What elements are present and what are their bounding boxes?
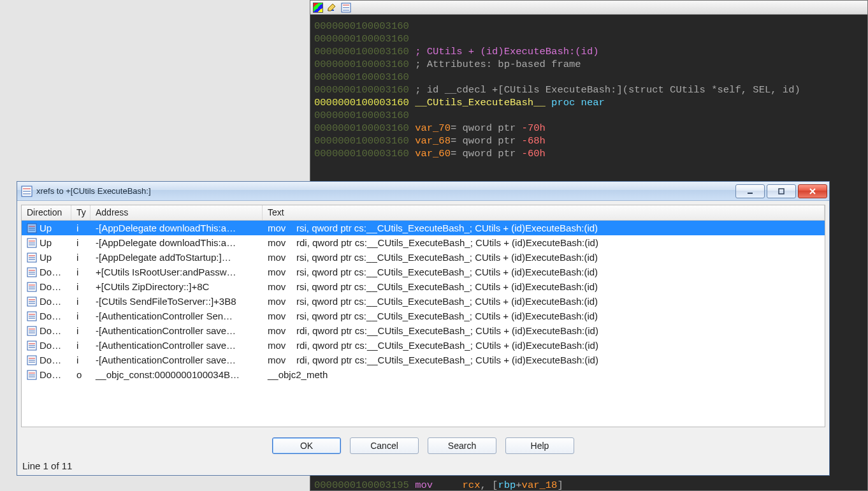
header-type[interactable]: Ty [71, 205, 90, 220]
xref-direction: Up [22, 223, 71, 233]
xref-row[interactable]: Do…i+[CUtils IsRootUser:andPassw…mov rsi… [22, 265, 825, 279]
xref-direction: Do… [22, 281, 71, 292]
xrefs-rows[interactable]: Upi-[AppDelegate downloadThis:a…mov rsi,… [22, 221, 825, 427]
search-button[interactable]: Search [428, 437, 496, 454]
xref-direction: Do… [22, 369, 71, 380]
xref-text: mov rsi, qword ptr cs:__CUtils_ExecuteBa… [263, 296, 825, 307]
xref-address: -[AppDelegate addToStartup:]… [90, 252, 263, 263]
xref-direction: Do… [22, 325, 71, 336]
close-button[interactable] [798, 184, 827, 198]
xref-address: -[AppDelegate downloadThis:a… [90, 237, 263, 248]
xref-text: mov rsi, qword ptr cs:__CUtils_ExecuteBa… [263, 311, 825, 321]
xref-type: i [71, 296, 90, 307]
xref-row[interactable]: Do…i-[CUtils SendFileToServer::]+3B8mov … [22, 294, 825, 309]
disasm-line[interactable]: 0000000100003160 var_70= qword ptr -70h [314, 122, 864, 135]
xref-row[interactable]: Do…i-[AuthenticationController save…mov … [22, 338, 825, 353]
header-direction[interactable]: Direction [22, 205, 71, 220]
window-controls [735, 184, 829, 198]
xref-direction: Do… [22, 355, 71, 365]
direction-text: Do… [40, 267, 61, 277]
direction-text: Do… [40, 325, 61, 336]
xref-row[interactable]: Do…i+[CUtils ZipDirectory::]+8Cmov rsi, … [22, 279, 825, 294]
xref-address: -[AuthenticationController Sen… [90, 311, 263, 321]
direction-text: Do… [40, 281, 61, 292]
xref-address: __objc_const:0000000100034B… [90, 369, 263, 380]
help-button[interactable]: Help [505, 437, 574, 454]
dialog-appicon [21, 186, 33, 197]
xref-type: i [71, 237, 90, 248]
xref-address: +[CUtils ZipDirectory::]+8C [90, 281, 263, 292]
column-headers[interactable]: Direction Ty Address Text [22, 205, 825, 221]
disasm-line[interactable]: 0000000100003160 var_68= qword ptr -68h [314, 135, 864, 147]
xref-type: i [71, 340, 90, 351]
xref-graph-icon[interactable] [341, 3, 351, 13]
xref-address: +[CUtils IsRootUser:andPassw… [90, 267, 263, 277]
xref-type: i [71, 223, 90, 233]
cancel-button[interactable]: Cancel [350, 437, 419, 454]
disasm-line[interactable]: 0000000100003160 ; CUtils + (id)ExecuteB… [314, 45, 864, 58]
xref-type: i [71, 355, 90, 365]
direction-text: Do… [40, 355, 61, 365]
disasm-line[interactable]: 0000000100003160 var_60= qword ptr -60h [314, 147, 864, 160]
direction-text: Up [40, 252, 52, 263]
svg-marker-1 [328, 4, 335, 11]
xref-text: mov rdi, qword ptr cs:__CUtils_ExecuteBa… [263, 237, 825, 248]
disassembly-toolbar [310, 1, 867, 15]
disasm-line[interactable]: 0000000100003160 [314, 109, 864, 122]
xref-address: -[AuthenticationController save… [90, 340, 263, 351]
edit-icon[interactable] [327, 3, 337, 13]
xref-row[interactable]: Do…o__objc_const:0000000100034B…__objc2_… [22, 367, 825, 382]
disasm-line[interactable]: 0000000100003160 ; Attributes: bp-based … [314, 58, 864, 71]
xref-row[interactable]: Upi-[AppDelegate downloadThis:a…mov rdi,… [22, 235, 825, 250]
xref-row[interactable]: Upi-[AppDelegate addToStartup:]…mov rsi,… [22, 250, 825, 265]
dialog-titlebar[interactable]: xrefs to +[CUtils ExecuteBash:] [17, 182, 829, 201]
xref-type: i [71, 311, 90, 321]
xref-type: i [71, 252, 90, 263]
xref-direction: Up [22, 237, 71, 248]
xrefs-list: Direction Ty Address Text Upi-[AppDelega… [21, 205, 825, 427]
xref-type: i [71, 325, 90, 336]
color-options-icon[interactable] [313, 3, 323, 13]
disasm-line[interactable]: 0000000100003160 __CUtils_ExecuteBash__ … [314, 96, 864, 109]
direction-text: Do… [40, 369, 61, 380]
xref-text: mov rsi, qword ptr cs:__CUtils_ExecuteBa… [263, 252, 825, 263]
minimize-button[interactable] [735, 184, 765, 198]
dialog-title: xrefs to +[CUtils ExecuteBash:] [36, 186, 151, 196]
direction-text: Do… [40, 340, 61, 351]
xref-text: mov rsi, qword ptr cs:__CUtils_ExecuteBa… [263, 267, 825, 277]
xref-direction: Do… [22, 296, 71, 307]
xref-row[interactable]: Do…i-[AuthenticationController save…mov … [22, 353, 825, 367]
xref-direction: Do… [22, 311, 71, 321]
xref-direction: Do… [22, 267, 71, 277]
direction-text: Up [40, 237, 52, 248]
disasm-line[interactable]: 0000000100003160 ; id __cdecl +[CUtils E… [314, 84, 864, 96]
ok-button[interactable]: OK [272, 437, 341, 454]
status-line: Line 1 of 11 [17, 458, 829, 475]
direction-text: Do… [40, 296, 61, 307]
xref-direction: Do… [22, 340, 71, 351]
disasm-line[interactable]: 0000000100003160 [314, 20, 864, 33]
dialog-button-bar: OK Cancel Search Help [17, 431, 829, 458]
disasm-line[interactable]: 0000000100003160 [314, 33, 864, 45]
xref-row[interactable]: Do…i-[AuthenticationController Sen…mov r… [22, 309, 825, 323]
xref-type: o [71, 369, 90, 380]
disasm-line[interactable]: 0000000100003160 [314, 71, 864, 84]
xref-address: -[AppDelegate downloadThis:a… [90, 223, 263, 233]
xref-type: i [71, 267, 90, 277]
xref-text: mov rsi, qword ptr cs:__CUtils_ExecuteBa… [263, 223, 825, 233]
xref-type: i [71, 281, 90, 292]
direction-text: Up [40, 223, 52, 233]
xref-row[interactable]: Upi-[AppDelegate downloadThis:a…mov rsi,… [22, 221, 825, 235]
maximize-button[interactable] [767, 184, 796, 198]
xref-text: mov rdi, qword ptr cs:__CUtils_ExecuteBa… [263, 355, 825, 365]
disasm-line[interactable]: 0000000100003195 mov rcx, [rbp+var_18] [314, 479, 864, 490]
xref-address: -[AuthenticationController save… [90, 355, 263, 365]
xref-text: mov rdi, qword ptr cs:__CUtils_ExecuteBa… [263, 325, 825, 336]
header-address[interactable]: Address [90, 205, 263, 220]
xref-address: -[CUtils SendFileToServer::]+3B8 [90, 296, 263, 307]
xrefs-dialog: xrefs to +[CUtils ExecuteBash:] Directio… [17, 181, 830, 476]
xref-row[interactable]: Do…i-[AuthenticationController save…mov … [22, 323, 825, 338]
direction-text: Do… [40, 311, 61, 321]
header-text[interactable]: Text [263, 205, 825, 220]
xref-text: mov rsi, qword ptr cs:__CUtils_ExecuteBa… [263, 281, 825, 292]
